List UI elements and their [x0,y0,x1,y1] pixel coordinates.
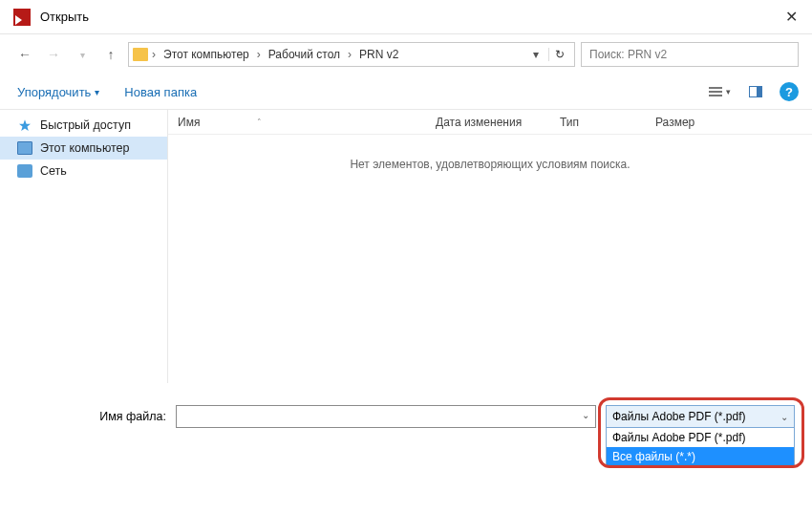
filename-label: Имя файла: [13,405,166,423]
sidebar: Быстрый доступ Этот компьютер Сеть [0,110,168,383]
column-name[interactable]: Имя ˄ [168,112,426,133]
folder-icon [133,48,148,61]
close-button[interactable]: ✕ [780,6,802,29]
dialog-body: Быстрый доступ Этот компьютер Сеть Имя ˄… [0,110,812,383]
dialog-title: Открыть [40,10,89,24]
address-dropdown[interactable]: ▾ [529,48,543,61]
sidebar-item-network[interactable]: Сеть [0,160,167,182]
file-type-filter: Файлы Adobe PDF (*.pdf) ⌄ Файлы Adobe PD… [606,405,799,467]
address-bar[interactable]: › Этот компьютер › Рабочий стол › PRN v2… [128,42,575,67]
help-button[interactable]: ? [780,82,799,101]
file-type-option[interactable]: Все файлы (*.*) [607,447,794,466]
chevron-down-icon: ⌄ [582,410,589,420]
nav-row: ← → ▾ ↑ › Этот компьютер › Рабочий стол … [0,34,812,75]
open-file-dialog: Открыть ✕ ← → ▾ ↑ › Этот компьютер › Раб… [0,0,812,513]
panel-icon [749,86,762,97]
back-button[interactable]: ← [13,43,36,66]
search-input[interactable]: Поиск: PRN v2 [581,42,799,67]
chevron-icon: › [348,48,352,61]
search-placeholder: Поиск: PRN v2 [589,48,667,61]
chevron-down-icon: ⌄ [780,412,788,422]
view-mode-button[interactable]: ▾ [703,80,736,103]
breadcrumb[interactable]: Рабочий стол [265,46,344,63]
file-list-area: Имя ˄ Дата изменения Тип Размер Нет элем… [168,110,812,383]
empty-message: Нет элементов, удовлетворяющих условиям … [168,135,812,194]
organize-button[interactable]: Упорядочить ▾ [13,81,103,103]
column-size[interactable]: Размер [646,112,722,133]
sidebar-item-this-pc[interactable]: Этот компьютер [0,137,167,160]
column-type[interactable]: Тип [550,112,646,133]
sort-caret-icon: ˄ [257,118,262,127]
computer-icon [17,141,32,155]
breadcrumb[interactable]: Этот компьютер [160,46,253,63]
adobe-icon [13,9,31,26]
refresh-button[interactable]: ↻ [548,48,570,61]
chevron-down-icon: ▾ [726,87,731,96]
recent-dropdown[interactable]: ▾ [71,43,94,66]
breadcrumb[interactable]: PRN v2 [355,46,402,63]
sidebar-item-quick-access[interactable]: Быстрый доступ [0,114,167,137]
list-icon [709,87,722,96]
sidebar-item-label: Быстрый доступ [40,118,131,132]
sidebar-item-label: Этот компьютер [40,141,129,155]
preview-pane-button[interactable] [739,80,772,103]
chevron-down-icon: ▾ [95,87,99,97]
file-type-select[interactable]: Файлы Adobe PDF (*.pdf) ⌄ [606,405,795,428]
network-icon [17,164,32,178]
chevron-icon: › [257,48,261,61]
filename-row: Имя файла: ⌄ Файлы Adobe PDF (*.pdf) ⌄ Ф… [0,405,812,467]
file-type-dropdown: Файлы Adobe PDF (*.pdf) Все файлы (*.*) [606,428,795,467]
new-folder-button[interactable]: Новая папка [120,81,201,103]
file-type-option[interactable]: Файлы Adobe PDF (*.pdf) [607,428,794,447]
up-button[interactable]: ↑ [99,43,122,66]
toolbar: Упорядочить ▾ Новая папка ▾ ? [0,75,812,110]
sidebar-item-label: Сеть [40,164,67,178]
filename-input[interactable]: ⌄ [176,405,596,428]
column-date[interactable]: Дата изменения [426,112,550,133]
chevron-icon: › [152,48,156,61]
star-icon [17,118,32,132]
titlebar: Открыть ✕ [0,0,812,34]
column-headers: Имя ˄ Дата изменения Тип Размер [168,110,812,135]
file-type-selected: Файлы Adobe PDF (*.pdf) [612,410,746,423]
forward-button[interactable]: → [42,43,65,66]
